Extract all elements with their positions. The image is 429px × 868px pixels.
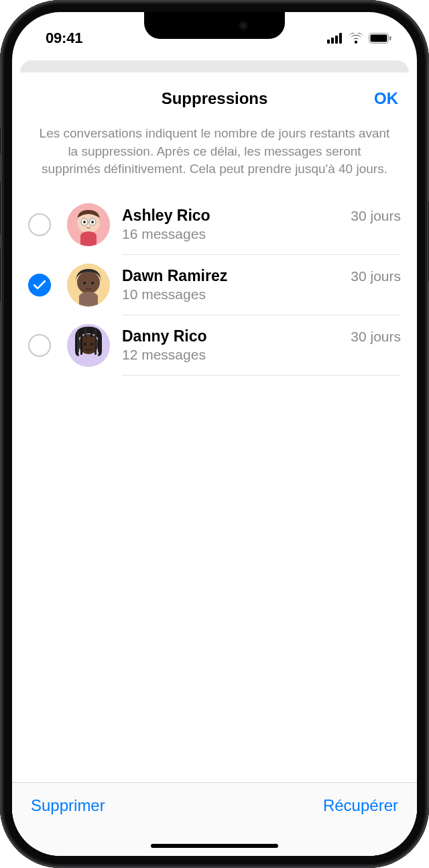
svg-rect-19 [77, 331, 79, 352]
svg-rect-0 [327, 40, 330, 44]
svg-rect-21 [84, 327, 86, 337]
svg-point-15 [83, 282, 86, 284]
modal-sheet: Suppressions OK Les conversations indiqu… [12, 72, 417, 856]
recover-button[interactable]: Récupérer [323, 796, 398, 815]
svg-rect-23 [95, 328, 97, 355]
avatar [67, 203, 110, 246]
sheet-title: Suppressions [162, 89, 268, 108]
sheet-description: Les conversations indiquent le nombre de… [12, 125, 417, 195]
svg-point-12 [91, 221, 94, 223]
wifi-icon [349, 33, 363, 44]
svg-rect-22 [90, 327, 93, 337]
svg-point-11 [83, 221, 86, 223]
volume-up [0, 181, 1, 235]
front-camera [239, 21, 248, 30]
ok-button[interactable]: OK [374, 89, 398, 108]
message-count: 12 messages [122, 347, 351, 363]
message-count: 10 messages [122, 286, 351, 303]
svg-point-16 [91, 282, 94, 284]
list-item-content: Danny Rico 12 messages 30 jours [122, 315, 401, 376]
svg-rect-24 [98, 331, 100, 352]
notch [144, 12, 285, 39]
home-indicator[interactable] [151, 844, 278, 848]
list-item[interactable]: Ashley Rico 16 messages 30 jours [12, 195, 401, 255]
svg-point-14 [77, 271, 100, 294]
phone-frame: 09:41 Suppressions OK Les conversations … [0, 0, 429, 868]
svg-rect-3 [339, 33, 342, 44]
status-icons [327, 33, 391, 44]
days-remaining: 30 jours [351, 329, 401, 345]
message-count: 16 messages [122, 226, 351, 242]
list-item-content: Dawn Ramirez 10 messages 30 jours [122, 255, 401, 315]
svg-point-25 [84, 343, 86, 345]
list-item[interactable]: Dawn Ramirez 10 messages 30 jours [12, 255, 401, 315]
list-item-content: Ashley Rico 16 messages 30 jours [122, 195, 401, 255]
sheet-header: Suppressions OK [12, 72, 417, 125]
days-remaining: 30 jours [351, 208, 401, 224]
delete-button[interactable]: Supprimer [31, 796, 105, 815]
screen: 09:41 Suppressions OK Les conversations … [12, 12, 417, 856]
selection-circle[interactable] [28, 334, 51, 357]
svg-rect-20 [80, 328, 82, 355]
volume-down [0, 248, 1, 302]
avatar [67, 324, 110, 367]
svg-rect-5 [371, 35, 387, 42]
avatar [67, 264, 110, 307]
contact-name: Ashley Rico [122, 207, 351, 225]
cellular-icon [327, 33, 343, 44]
contact-name: Dawn Ramirez [122, 267, 351, 285]
battery-icon [369, 33, 391, 44]
contact-name: Danny Rico [122, 327, 351, 345]
check-icon [34, 280, 46, 290]
selection-circle[interactable] [28, 274, 51, 296]
svg-rect-2 [335, 36, 338, 44]
svg-rect-6 [389, 36, 391, 40]
svg-rect-1 [331, 38, 334, 44]
svg-point-26 [90, 343, 93, 345]
selection-circle[interactable] [28, 213, 51, 236]
volume-switch [0, 127, 1, 154]
days-remaining: 30 jours [351, 268, 401, 284]
deleted-conversations-list: Ashley Rico 16 messages 30 jours [12, 195, 417, 376]
status-time: 09:41 [46, 30, 82, 47]
list-item[interactable]: Danny Rico 12 messages 30 jours [12, 315, 401, 376]
